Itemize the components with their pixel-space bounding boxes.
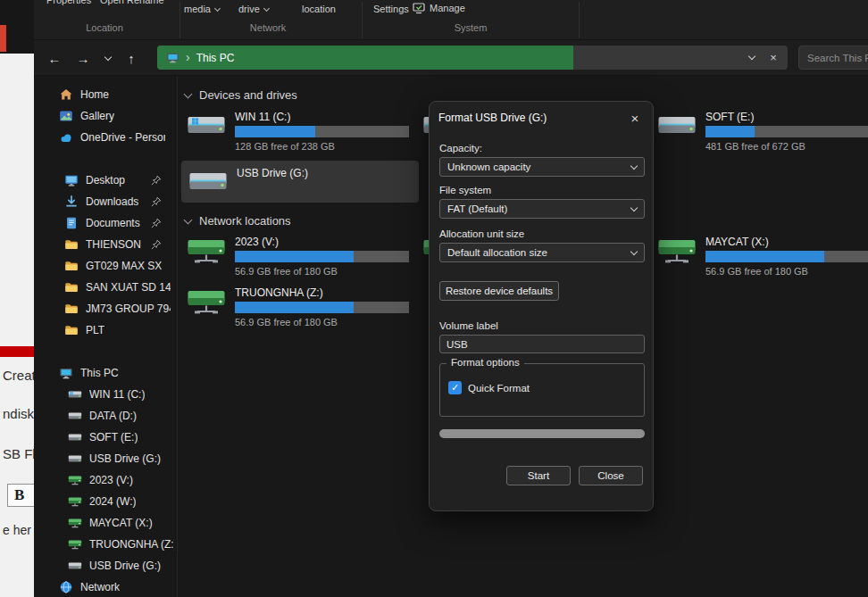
sidebar-item-truongnhaz[interactable]: TRUONGNHA (Z:) xyxy=(43,534,177,555)
pin-icon xyxy=(151,239,162,250)
section-network-locations[interactable]: Network locations xyxy=(185,214,291,228)
sidebar-item-maycatx[interactable]: MAYCAT (X:) xyxy=(43,512,177,534)
search-input[interactable] xyxy=(799,46,868,69)
search-box xyxy=(798,46,868,70)
chevron-down-icon xyxy=(104,53,112,60)
drive-tile-win11[interactable]: WIN 11 (C:) 128 GB free of 238 GB xyxy=(187,110,409,152)
network-drive-icon xyxy=(68,473,82,487)
ribbon-map-network-drive-button[interactable]: drive xyxy=(238,4,269,14)
sidebar-item-jm73[interactable]: JM73 GROUP 794 xyxy=(43,298,177,319)
hard-drive-icon xyxy=(657,110,697,140)
network-drive-icon xyxy=(187,286,226,316)
ribbon-properties-button[interactable]: Properties xyxy=(46,0,91,5)
recent-locations-button[interactable] xyxy=(100,40,116,76)
network-tile-truongnha[interactable]: TRUONGNHA (Z:) 56.9 GB free of 180 GB xyxy=(187,286,409,328)
drive-name: MAYCAT (X:) xyxy=(705,236,868,248)
ribbon-add-network-location-button[interactable]: location xyxy=(302,4,336,14)
usb-drive-icon xyxy=(188,166,228,196)
chevron-down-icon xyxy=(184,89,193,98)
ribbon-group-location: Location xyxy=(69,22,140,33)
sidebar-item-2024w[interactable]: 2024 (W:) xyxy=(43,491,177,512)
breadcrumb-this-pc[interactable]: This PC xyxy=(196,52,235,64)
sidebar-item-datad[interactable]: DATA (D:) xyxy=(43,405,177,427)
sidebar-item-thispc[interactable]: This PC xyxy=(43,362,177,384)
ribbon-label: media xyxy=(184,4,211,14)
drive-name: WIN 11 (C:) xyxy=(235,111,409,123)
ribbon-open-settings-button[interactable]: Settings xyxy=(373,4,409,14)
chevron-down-icon xyxy=(184,215,193,224)
ribbon-manage-button[interactable]: Manage xyxy=(413,2,465,14)
breadcrumb: › This PC xyxy=(166,46,234,70)
capacity-bar-fill xyxy=(705,126,755,137)
manage-icon xyxy=(413,2,425,14)
drive-detail: 56.9 GB free of 180 GB xyxy=(705,266,868,277)
drive-tile-usb-selected[interactable]: USB Drive (G:) xyxy=(181,161,419,203)
capacity-select[interactable]: Unknown capacity xyxy=(439,157,645,177)
network-drive-icon xyxy=(68,494,82,509)
network-tile-2023[interactable]: 2023 (V:) 56.9 GB free of 180 GB xyxy=(187,235,409,277)
address-bar[interactable]: › This PC × xyxy=(157,46,788,70)
background-browser-window: Creat ndisk SB Fla B e her xyxy=(0,0,34,597)
capacity-bar xyxy=(705,251,868,262)
sidebar-item-2023v[interactable]: 2023 (V:) xyxy=(43,469,177,491)
chevron-down-icon xyxy=(263,4,270,11)
sidebar-item-home[interactable]: Home xyxy=(43,84,177,105)
ribbon-group-network: Network xyxy=(232,22,304,33)
allocation-select[interactable]: Default allocation size xyxy=(439,243,645,262)
sidebar-item-usbg[interactable]: USB Drive (G:) xyxy=(43,448,177,469)
sidebar-item-usbg2[interactable]: USB Drive (G:) xyxy=(43,555,177,576)
drive-tile-body: WIN 11 (C:) 128 GB free of 238 GB xyxy=(235,110,409,152)
sidebar-item-gt029[interactable]: GT029 MAX SX xyxy=(43,255,177,277)
filesystem-label: File system xyxy=(439,185,491,195)
sidebar-item-documents[interactable]: Documents xyxy=(43,212,177,234)
folder-icon xyxy=(64,259,79,273)
capacity-bar xyxy=(235,251,409,262)
allocation-value: Default allocation size xyxy=(447,247,547,258)
ribbon-access-media-button[interactable]: media xyxy=(184,4,220,14)
network-drive-icon xyxy=(68,516,82,530)
capacity-label: Capacity: xyxy=(439,143,482,153)
start-button[interactable]: Start xyxy=(506,466,571,485)
sidebar-item-softe[interactable]: SOFT (E:) xyxy=(43,427,177,448)
section-devices-and-drives[interactable]: Devices and drives xyxy=(185,88,297,102)
address-toolbar: ← → ↑ › This PC × xyxy=(34,40,868,76)
back-button[interactable]: ← xyxy=(43,40,66,76)
dialog-close-button[interactable]: × xyxy=(625,108,645,128)
quick-format-label: Quick Format xyxy=(468,383,530,394)
folder-icon xyxy=(64,323,79,337)
ribbon-separator xyxy=(579,2,580,38)
drive-tile-soft[interactable]: SOFT (E:) 481 GB free of 672 GB xyxy=(657,110,868,152)
background-text: ndisk xyxy=(3,406,34,421)
address-stop-button[interactable]: × xyxy=(763,46,784,70)
format-options-label: Format options xyxy=(447,357,524,368)
restore-defaults-button[interactable]: Restore device defaults xyxy=(439,281,559,301)
forward-button[interactable]: → xyxy=(71,40,95,76)
sidebar-item-thienson[interactable]: THIENSON xyxy=(43,234,177,255)
chevron-down-icon xyxy=(630,203,638,211)
ribbon-group-system: System xyxy=(435,22,506,33)
filesystem-select[interactable]: FAT (Default) xyxy=(439,199,645,219)
sidebar-item-desktop[interactable]: Desktop xyxy=(43,170,177,191)
sidebar-item-network[interactable]: Network xyxy=(43,576,177,597)
drive-tile-body: MAYCAT (X:) 56.9 GB free of 180 GB xyxy=(705,235,868,277)
ribbon: Properties Open Rename media drive locat… xyxy=(34,0,868,40)
drive-detail: 128 GB free of 238 GB xyxy=(235,141,409,152)
up-button[interactable]: ↑ xyxy=(120,40,143,76)
sidebar-item-gallery[interactable]: Gallery xyxy=(43,105,177,127)
sidebar-item-sanxuat[interactable]: SAN XUAT SD 143 xyxy=(43,277,177,298)
close-button[interactable]: Close xyxy=(579,466,643,485)
sidebar-item-onedrive[interactable]: OneDrive - Personal xyxy=(43,127,177,148)
sidebar-item-downloads[interactable]: Downloads xyxy=(43,191,177,212)
download-icon xyxy=(64,195,79,209)
quick-format-checkbox[interactable]: ✓ xyxy=(448,381,462,394)
sidebar-item-plt[interactable]: PLT xyxy=(43,319,177,341)
ribbon-rename-button[interactable]: Rename xyxy=(127,0,164,5)
drive-detail: 481 GB free of 672 GB xyxy=(705,141,868,152)
ribbon-open-button[interactable]: Open xyxy=(100,0,124,5)
capacity-bar-fill xyxy=(235,302,354,313)
volume-label-input[interactable] xyxy=(439,335,645,353)
network-drive-icon xyxy=(657,235,697,265)
address-history-dropdown-button[interactable] xyxy=(741,46,763,70)
sidebar-item-win11c[interactable]: WIN 11 (C:) xyxy=(43,384,177,405)
network-tile-maycat[interactable]: MAYCAT (X:) 56.9 GB free of 180 GB xyxy=(657,235,868,277)
